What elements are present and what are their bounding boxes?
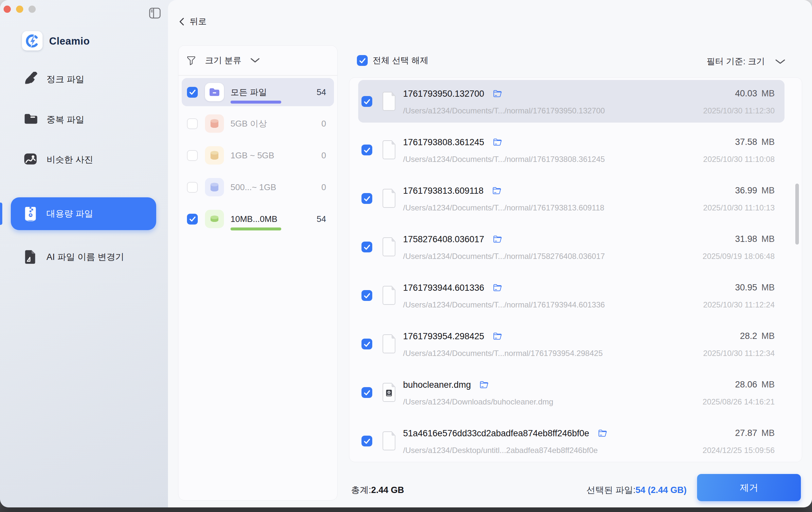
file-size-unit: MB — [761, 186, 775, 196]
file-checkbox-checked[interactable] — [361, 339, 372, 349]
file-path: /Users/a1234/Documents/T.../normal/17617… — [403, 203, 604, 212]
file-path: /Users/a1234/Documents/T.../normal/17582… — [403, 252, 605, 261]
file-checkbox-checked[interactable] — [361, 436, 372, 447]
file-size: 27.87 — [735, 428, 757, 438]
rename-file-icon — [24, 249, 38, 265]
all-files-progress-bar — [231, 101, 281, 104]
file-path: /Users/a1234/Documents/T...normal/176179… — [403, 349, 603, 358]
file-size-unit: MB — [761, 234, 775, 244]
back-button[interactable]: 뒤로 — [178, 16, 207, 27]
file-size: 40.03 — [735, 88, 757, 99]
filter-row-over-5gb[interactable]: 5GB 이상 0 — [182, 109, 334, 138]
reveal-in-finder-icon[interactable] — [493, 235, 502, 244]
dmg-file-icon — [381, 382, 397, 403]
sidebar-item-label: 대용량 파일 — [47, 208, 93, 220]
sidebar-item-similar-photos[interactable]: 비슷한 사진 — [11, 143, 156, 176]
filter-funnel-icon — [186, 55, 196, 65]
file-size: 36.99 — [735, 186, 757, 196]
file-row[interactable]: 1761793813.609118 /Users/a1234/Documents… — [358, 177, 784, 220]
chevron-down-icon[interactable] — [250, 58, 260, 63]
reveal-in-finder-icon[interactable] — [598, 429, 608, 438]
file-row[interactable]: 1761793954.298425 /Users/a1234/Documents… — [358, 323, 784, 365]
sidebar-toggle-icon[interactable] — [149, 7, 161, 19]
filter-row-all-files[interactable]: 모든 파일 54 — [182, 78, 334, 106]
checkbox-unchecked[interactable] — [187, 150, 198, 161]
file-checkbox-checked[interactable] — [361, 242, 372, 252]
filter-row-count: 0 — [321, 119, 326, 129]
filter-row-count: 54 — [317, 214, 326, 224]
file-row[interactable]: 1758276408.036017 /Users/a1234/Documents… — [358, 225, 784, 268]
file-name: buhocleaner.dmg — [403, 380, 471, 390]
size-filter-panel: 크기 분류 모든 파일 54 5GB 이상 0 1GB — [178, 45, 338, 501]
file-size: 28.06 — [735, 380, 757, 390]
file-row[interactable]: 1761793944.601336 /Users/a1234/Documents… — [358, 274, 784, 317]
file-date: 2025/10/30 11:10:08 — [703, 155, 775, 164]
file-date: 2025/10/30 11:10:13 — [703, 203, 775, 212]
zoom-window-button[interactable] — [28, 6, 36, 13]
reveal-in-finder-icon[interactable] — [493, 284, 502, 292]
reveal-in-finder-icon[interactable] — [493, 138, 502, 146]
file-row[interactable]: 1761793950.132700 /Users/a1234/Documents… — [358, 80, 784, 123]
checkbox-unchecked[interactable] — [187, 182, 198, 193]
sidebar-item-junk-files[interactable]: 정크 파일 — [11, 63, 156, 96]
file-path: /Users/a1234/Documents/T.../normal/17617… — [403, 106, 605, 115]
remove-button[interactable]: 제거 — [697, 474, 801, 501]
file-checkbox-checked[interactable] — [361, 387, 372, 398]
close-window-button[interactable] — [4, 6, 11, 13]
chevron-left-icon — [178, 17, 185, 26]
desktop-backdrop: Cleamio 정크 파일 중복 파일 비슷한 사진 대용량 파일 — [0, 0, 812, 512]
filter-row-count: 0 — [321, 151, 326, 161]
file-name: 1761793950.132700 — [403, 89, 484, 99]
file-list: 1761793950.132700 /Users/a1234/Documents… — [349, 77, 802, 462]
file-size: 30.95 — [735, 282, 757, 293]
file-date: 2025/10/30 11:12:24 — [703, 300, 775, 309]
minimize-window-button[interactable] — [16, 6, 23, 13]
file-size: 37.58 — [735, 137, 757, 147]
filter-row-10mb-0mb[interactable]: 10MB...0MB 54 — [182, 205, 334, 233]
total-label: 총계: — [351, 485, 371, 495]
sidebar-item-label: 중복 파일 — [47, 114, 85, 126]
checkbox-unchecked[interactable] — [187, 118, 198, 129]
filter-row-1gb-5gb[interactable]: 1GB ~ 5GB 0 — [182, 141, 334, 169]
file-row[interactable]: 1761793808.361245 /Users/a1234/Documents… — [358, 129, 784, 171]
file-name: 1758276408.036017 — [403, 234, 484, 245]
sidebar-item-label: 정크 파일 — [47, 74, 85, 85]
small-files-progress-bar — [231, 227, 281, 231]
size-filter-header[interactable]: 크기 분류 — [178, 46, 337, 75]
size-10mb-database-icon — [205, 210, 224, 228]
document-file-icon — [381, 285, 397, 306]
reveal-in-finder-icon[interactable] — [479, 381, 489, 389]
file-name: 1761793944.601336 — [403, 283, 484, 293]
select-all-control[interactable]: 전체 선택 해제 — [357, 55, 428, 66]
file-checkbox-checked[interactable] — [361, 144, 372, 155]
file-checkbox-checked[interactable] — [361, 96, 372, 107]
document-file-icon — [381, 430, 397, 451]
file-size-unit: MB — [761, 380, 775, 390]
reveal-in-finder-icon[interactable] — [493, 332, 502, 341]
select-all-label: 전체 선택 해제 — [373, 55, 428, 66]
checkbox-checked[interactable] — [187, 214, 198, 224]
file-date: 2025/08/26 14:16:21 — [703, 397, 775, 406]
file-row[interactable]: buhocleaner.dmg /Users/a1234/Downloads/b… — [358, 371, 784, 414]
file-name: 1761793954.298425 — [403, 331, 484, 342]
scrollbar-thumb[interactable] — [795, 184, 799, 245]
broom-icon — [24, 72, 38, 87]
selected-value: 54 (2.44 GB) — [636, 485, 687, 495]
file-row[interactable]: 51a4616e576dd33cd2abadfea874eb8ff246bf0e… — [358, 420, 784, 462]
select-all-checkbox[interactable] — [357, 55, 368, 66]
sidebar-item-ai-file-renamer[interactable]: AI 파일 이름 변경기 — [11, 241, 156, 273]
sort-dropdown[interactable]: 필터 기준: 크기 — [706, 56, 786, 67]
file-checkbox-checked[interactable] — [361, 290, 372, 301]
filter-row-label: 1GB ~ 5GB — [231, 151, 321, 161]
checkbox-checked[interactable] — [187, 87, 198, 98]
filter-row-label: 5GB 이상 — [231, 118, 321, 130]
app-logo-icon — [22, 31, 42, 51]
back-label: 뒤로 — [190, 16, 207, 27]
filter-row-500mb-1gb[interactable]: 500...~ 1GB 0 — [182, 173, 334, 201]
document-file-icon — [381, 188, 397, 209]
sidebar-item-duplicate-files[interactable]: 중복 파일 — [11, 103, 156, 136]
file-checkbox-checked[interactable] — [361, 193, 372, 204]
reveal-in-finder-icon[interactable] — [492, 187, 502, 195]
sidebar-item-large-files[interactable]: 대용량 파일 — [11, 197, 156, 230]
reveal-in-finder-icon[interactable] — [493, 89, 502, 98]
